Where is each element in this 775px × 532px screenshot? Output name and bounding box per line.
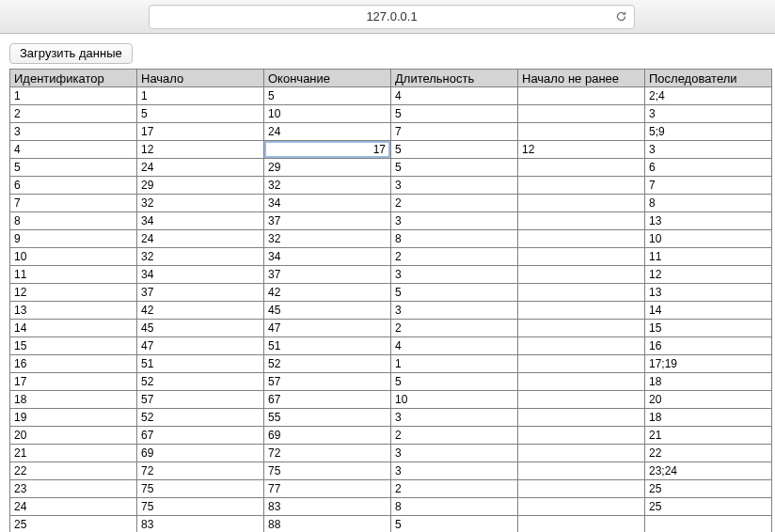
cell-id[interactable]: 6: [10, 177, 137, 195]
cell-followers[interactable]: 18: [645, 373, 772, 391]
cell-begin[interactable]: 5: [137, 105, 264, 123]
cell-begin[interactable]: 47: [137, 337, 264, 355]
reload-icon[interactable]: [613, 9, 628, 24]
cell-earliest_start[interactable]: [518, 337, 645, 355]
cell-earliest_start[interactable]: [518, 302, 645, 320]
cell-begin[interactable]: 32: [137, 248, 264, 266]
cell-duration[interactable]: 5: [391, 516, 518, 533]
cell-earliest_start[interactable]: [518, 230, 645, 248]
cell-begin[interactable]: 67: [137, 427, 264, 445]
cell-id[interactable]: 5: [10, 159, 137, 177]
cell-begin[interactable]: 24: [137, 159, 264, 177]
cell-id[interactable]: 16: [10, 355, 137, 373]
cell-followers[interactable]: 3: [645, 105, 772, 123]
cell-duration[interactable]: 7: [391, 123, 518, 141]
cell-id[interactable]: 15: [10, 337, 137, 355]
cell-followers[interactable]: 5;9: [645, 123, 772, 141]
cell-end[interactable]: 67: [264, 391, 391, 409]
cell-id[interactable]: 17: [10, 373, 137, 391]
cell-earliest_start[interactable]: [518, 462, 645, 480]
cell-earliest_start[interactable]: [518, 391, 645, 409]
cell-id[interactable]: 22: [10, 462, 137, 480]
cell-begin[interactable]: 32: [137, 195, 264, 212]
cell-begin[interactable]: 57: [137, 391, 264, 409]
cell-id[interactable]: 2: [10, 105, 137, 123]
cell-followers[interactable]: 23;24: [645, 462, 772, 480]
cell-end[interactable]: [264, 141, 391, 159]
cell-duration[interactable]: 2: [391, 320, 518, 337]
cell-begin[interactable]: 17: [137, 123, 264, 141]
cell-followers[interactable]: 2;4: [645, 87, 772, 105]
cell-earliest_start[interactable]: [518, 105, 645, 123]
cell-earliest_start[interactable]: [518, 266, 645, 284]
cell-end[interactable]: 75: [264, 462, 391, 480]
cell-duration[interactable]: 8: [391, 498, 518, 516]
cell-end[interactable]: 57: [264, 373, 391, 391]
cell-earliest_start[interactable]: [518, 212, 645, 230]
cell-duration[interactable]: 2: [391, 195, 518, 212]
cell-duration[interactable]: 3: [391, 302, 518, 320]
cell-end[interactable]: 24: [264, 123, 391, 141]
cell-followers[interactable]: 7: [645, 177, 772, 195]
cell-followers[interactable]: 18: [645, 409, 772, 427]
cell-followers[interactable]: 21: [645, 427, 772, 445]
cell-followers[interactable]: 13: [645, 212, 772, 230]
cell-followers[interactable]: 17;19: [645, 355, 772, 373]
cell-earliest_start[interactable]: [518, 445, 645, 462]
cell-duration[interactable]: 2: [391, 248, 518, 266]
cell-earliest_start[interactable]: [518, 195, 645, 212]
cell-duration[interactable]: 3: [391, 212, 518, 230]
cell-begin[interactable]: 34: [137, 266, 264, 284]
cell-id[interactable]: 21: [10, 445, 137, 462]
cell-begin[interactable]: 69: [137, 445, 264, 462]
cell-id[interactable]: 24: [10, 498, 137, 516]
cell-duration[interactable]: 2: [391, 480, 518, 498]
cell-end[interactable]: 72: [264, 445, 391, 462]
cell-followers[interactable]: 13: [645, 284, 772, 302]
cell-id[interactable]: 23: [10, 480, 137, 498]
cell-earliest_start[interactable]: [518, 516, 645, 533]
cell-begin[interactable]: 52: [137, 373, 264, 391]
cell-duration[interactable]: 3: [391, 409, 518, 427]
cell-followers[interactable]: 14: [645, 302, 772, 320]
cell-begin[interactable]: 45: [137, 320, 264, 337]
cell-end[interactable]: 51: [264, 337, 391, 355]
cell-id[interactable]: 7: [10, 195, 137, 212]
cell-id[interactable]: 19: [10, 409, 137, 427]
cell-followers[interactable]: 22: [645, 445, 772, 462]
cell-end[interactable]: 77: [264, 480, 391, 498]
cell-earliest_start[interactable]: [518, 498, 645, 516]
cell-end[interactable]: 29: [264, 159, 391, 177]
cell-followers[interactable]: 8: [645, 195, 772, 212]
cell-id[interactable]: 13: [10, 302, 137, 320]
cell-end[interactable]: 47: [264, 320, 391, 337]
cell-begin[interactable]: 52: [137, 409, 264, 427]
cell-begin[interactable]: 42: [137, 302, 264, 320]
cell-followers[interactable]: [645, 516, 772, 533]
cell-earliest_start[interactable]: [518, 355, 645, 373]
cell-begin[interactable]: 37: [137, 284, 264, 302]
cell-duration[interactable]: 2: [391, 427, 518, 445]
cell-followers[interactable]: 6: [645, 159, 772, 177]
cell-end[interactable]: 37: [264, 266, 391, 284]
cell-id[interactable]: 4: [10, 141, 137, 159]
cell-begin[interactable]: 29: [137, 177, 264, 195]
cell-followers[interactable]: 10: [645, 230, 772, 248]
cell-id[interactable]: 3: [10, 123, 137, 141]
cell-earliest_start[interactable]: 12: [518, 141, 645, 159]
cell-earliest_start[interactable]: [518, 320, 645, 337]
cell-id[interactable]: 10: [10, 248, 137, 266]
cell-end[interactable]: 32: [264, 177, 391, 195]
cell-duration[interactable]: 4: [391, 337, 518, 355]
cell-edit-input[interactable]: [264, 141, 390, 158]
cell-id[interactable]: 1: [10, 87, 137, 105]
cell-id[interactable]: 25: [10, 516, 137, 533]
cell-duration[interactable]: 5: [391, 373, 518, 391]
cell-followers[interactable]: 25: [645, 498, 772, 516]
cell-begin[interactable]: 34: [137, 212, 264, 230]
load-data-button[interactable]: Загрузить данные: [9, 43, 133, 64]
address-bar[interactable]: 127.0.0.1: [149, 5, 635, 29]
cell-id[interactable]: 11: [10, 266, 137, 284]
cell-duration[interactable]: 5: [391, 141, 518, 159]
cell-end[interactable]: 88: [264, 516, 391, 533]
